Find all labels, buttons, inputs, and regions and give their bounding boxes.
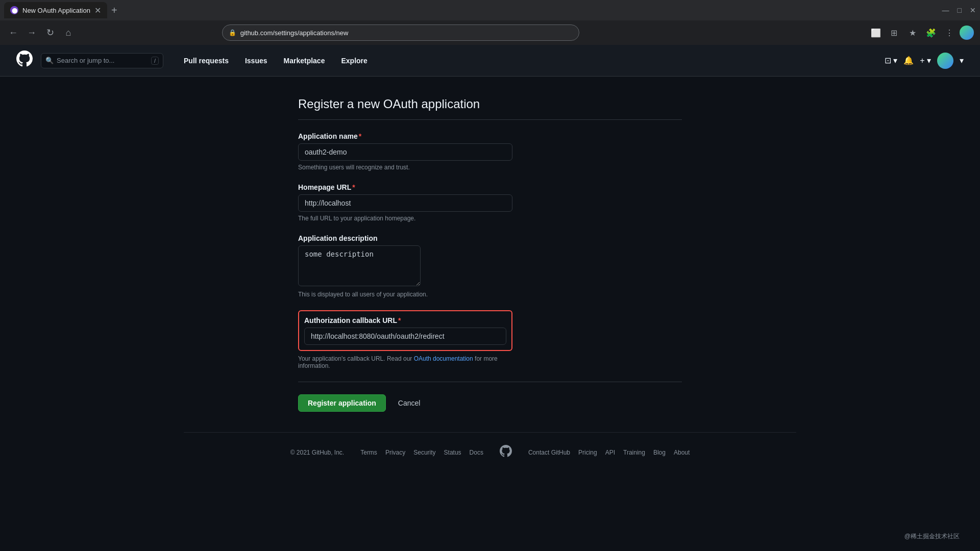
footer-status-link[interactable]: Status — [444, 449, 461, 456]
toolbar-actions: ⬜ ⊞ ★ 🧩 ⋮ — [868, 24, 974, 41]
more-icon[interactable]: ⋮ — [941, 24, 958, 41]
browser-profile-avatar[interactable] — [960, 26, 974, 40]
browser-chrome: ⬤ New OAuth Application ✕ + — □ ✕ ← → ↻ … — [0, 0, 980, 45]
form-divider — [298, 382, 682, 382]
footer-contact-link[interactable]: Contact GitHub — [528, 449, 570, 456]
callback-label: Authorization callback URL* — [304, 316, 506, 324]
address-text: github.com/settings/applications/new — [240, 29, 349, 37]
forward-button[interactable]: → — [24, 26, 39, 40]
user-avatar[interactable] — [937, 53, 953, 69]
callback-url-input[interactable] — [304, 328, 506, 345]
footer-security-link[interactable]: Security — [413, 449, 435, 456]
footer-terms-link[interactable]: Terms — [360, 449, 377, 456]
footer-right-links: Contact GitHub Pricing API Training Blog… — [528, 449, 690, 456]
title-divider — [298, 119, 682, 120]
github-header: 🔍 Search or jump to... / Pull requests I… — [0, 45, 980, 77]
homepage-label: Homepage URL* — [298, 183, 682, 191]
callback-required: * — [398, 316, 401, 324]
oauth-docs-link[interactable]: OAuth documentation — [414, 355, 473, 362]
main-content: Register a new OAuth application Applica… — [286, 77, 694, 432]
lock-icon: 🔒 — [229, 29, 236, 36]
search-icon: 🔍 — [45, 57, 54, 64]
inbox-icon[interactable]: ⊡ ▾ — [885, 56, 897, 65]
footer-github-logo — [500, 445, 512, 460]
homepage-url-group: Homepage URL* The full URL to your appli… — [298, 183, 682, 222]
notification-bell[interactable]: 🔔 — [903, 56, 914, 65]
screen-cast-icon[interactable]: ⬜ — [868, 24, 884, 41]
description-hint: This is displayed to all users of your a… — [298, 291, 682, 298]
footer-training-link[interactable]: Training — [623, 449, 645, 456]
active-tab[interactable]: ⬤ New OAuth Application ✕ — [4, 2, 107, 18]
window-controls: — □ ✕ — [942, 6, 976, 14]
tab-title: New OAuth Application — [22, 7, 90, 14]
app-name-input[interactable] — [298, 143, 512, 161]
cancel-button[interactable]: Cancel — [394, 396, 425, 410]
bookmark-icon[interactable]: ★ — [904, 24, 921, 41]
search-placeholder: Search or jump to... — [57, 57, 114, 64]
page-footer: © 2021 GitHub, Inc. Terms Privacy Securi… — [0, 433, 980, 472]
footer-left-links: Terms Privacy Security Status Docs — [360, 449, 483, 456]
homepage-url-input[interactable] — [298, 194, 512, 212]
grid-icon[interactable]: ⊞ — [886, 24, 902, 41]
search-box[interactable]: 🔍 Search or jump to... / — [41, 53, 163, 68]
back-button[interactable]: ← — [6, 26, 20, 40]
maximize-button[interactable]: □ — [958, 6, 962, 14]
page-title: Register a new OAuth application — [298, 97, 682, 111]
new-item-button[interactable]: + ▾ — [920, 56, 931, 65]
footer-about-link[interactable]: About — [674, 449, 690, 456]
browser-toolbar: ← → ↻ ⌂ 🔒 github.com/settings/applicatio… — [0, 20, 980, 45]
homepage-hint: The full URL to your application homepag… — [298, 215, 682, 222]
nav-issues[interactable]: Issues — [237, 45, 276, 77]
footer-pricing-link[interactable]: Pricing — [578, 449, 597, 456]
tab-close-button[interactable]: ✕ — [94, 6, 101, 15]
copyright-text: © 2021 GitHub, Inc. — [290, 449, 345, 456]
callback-url-group: Authorization callback URL* — [298, 310, 512, 351]
close-window-button[interactable]: ✕ — [970, 6, 976, 14]
slash-shortcut: / — [151, 57, 159, 65]
new-tab-button[interactable]: + — [109, 3, 119, 18]
github-nav: Pull requests Issues Marketplace Explore — [176, 45, 376, 77]
app-name-label: Application name* — [298, 132, 682, 140]
avatar-dropdown-icon[interactable]: ▾ — [960, 56, 964, 65]
tab-favicon: ⬤ — [10, 6, 18, 14]
reload-button[interactable]: ↻ — [43, 26, 57, 40]
callback-url-section: Authorization callback URL* Your applica… — [298, 310, 512, 369]
register-application-button[interactable]: Register application — [298, 394, 386, 412]
nav-explore[interactable]: Explore — [333, 45, 375, 77]
description-group: Application description This is displaye… — [298, 234, 682, 298]
minimize-button[interactable]: — — [942, 6, 949, 14]
tab-bar: ⬤ New OAuth Application ✕ + — □ ✕ — [0, 0, 980, 20]
description-label: Application description — [298, 234, 682, 242]
watermark: @稀土掘金技术社区 — [904, 532, 960, 541]
footer-blog-link[interactable]: Blog — [653, 449, 666, 456]
callback-hint: Your application's callback URL. Read ou… — [298, 355, 512, 369]
app-name-required: * — [359, 132, 361, 140]
address-bar[interactable]: 🔒 github.com/settings/applications/new — [222, 24, 579, 41]
app-name-group: Application name* Something users will r… — [298, 132, 682, 171]
homepage-required: * — [352, 183, 355, 191]
footer-privacy-link[interactable]: Privacy — [385, 449, 405, 456]
footer-docs-link[interactable]: Docs — [470, 449, 483, 456]
extensions-icon[interactable]: 🧩 — [923, 24, 939, 41]
nav-pull-requests[interactable]: Pull requests — [176, 45, 237, 77]
app-name-hint: Something users will recognize and trust… — [298, 164, 682, 171]
description-textarea[interactable] — [298, 245, 421, 286]
header-right-actions: ⊡ ▾ 🔔 + ▾ ▾ — [885, 53, 964, 69]
footer-api-link[interactable]: API — [605, 449, 615, 456]
home-button[interactable]: ⌂ — [61, 26, 76, 40]
nav-marketplace[interactable]: Marketplace — [276, 45, 333, 77]
form-actions: Register application Cancel — [298, 394, 682, 412]
github-logo[interactable] — [16, 51, 33, 70]
